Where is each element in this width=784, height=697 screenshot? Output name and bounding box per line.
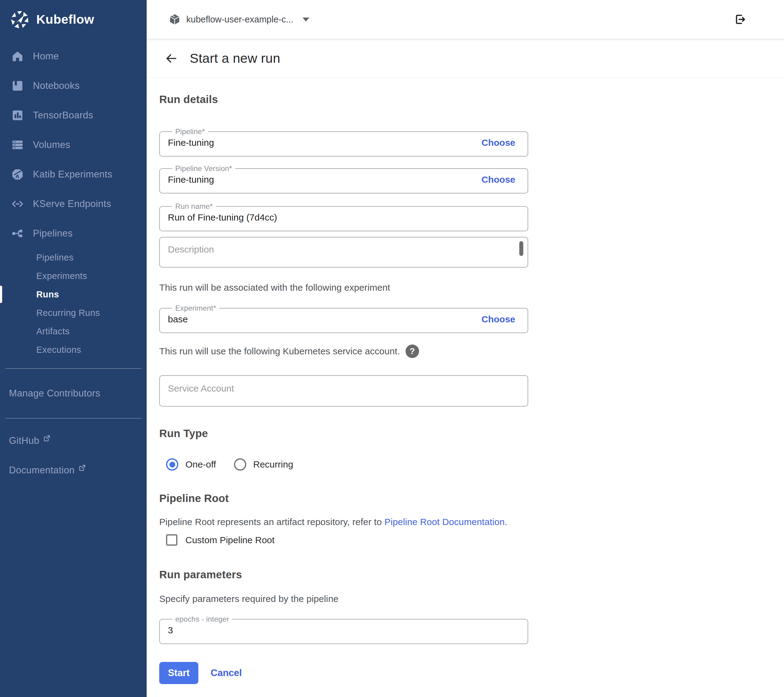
description-placeholder: Description [168, 244, 214, 254]
description-field[interactable]: Description [159, 237, 528, 268]
page-header: Start a new run [147, 39, 784, 78]
cancel-button[interactable]: Cancel [211, 667, 242, 679]
brand-title: Kubeflow [36, 12, 94, 27]
run-name-field-label: Run name* [172, 202, 216, 211]
sidebar-subitem-artifacts[interactable]: Artifacts [0, 322, 147, 340]
sidebar-item-pipelines[interactable]: Pipelines [0, 219, 147, 248]
kserve-icon [10, 197, 25, 211]
pipeline-version-field-value: Fine-tuning [168, 174, 214, 185]
run-parameters-heading: Run parameters [159, 568, 784, 581]
run-parameters-hint: Specify parameters required by the pipel… [159, 593, 784, 605]
sidebar-item-label: Pipelines [33, 228, 72, 239]
sidebar-subitem-runs[interactable]: Runs [0, 285, 147, 304]
service-account-note-row: This run will use the following Kubernet… [159, 345, 784, 358]
pipeline-version-choose-button[interactable]: Choose [481, 174, 515, 185]
pipeline-root-doc-link[interactable]: Pipeline Root Documentation [384, 517, 504, 527]
sidebar-item-katib-experiments[interactable]: Katib Experiments [0, 160, 147, 189]
start-button[interactable]: Start [159, 662, 198, 684]
pipeline-version-field[interactable]: Pipeline Version* Fine-tuning Choose [159, 164, 528, 193]
topbar: kubeflow-user-example-c... [147, 0, 784, 39]
sidebar-item-github[interactable]: GitHub [0, 434, 147, 447]
sidebar-item-label: Notebooks [33, 80, 80, 91]
tensorboards-icon [10, 108, 25, 122]
sidebar-subitem-label: Executions [36, 345, 81, 355]
kubeflow-app: Kubeflow Home Notebooks TensorBoards [0, 0, 784, 697]
epochs-field-value: 3 [168, 625, 173, 636]
run-name-field[interactable]: Run name* Run of Fine-tuning (7d4cc) [159, 202, 528, 231]
experiment-field-label: Experiment* [172, 304, 219, 312]
back-button[interactable] [164, 51, 179, 66]
form-actions: Start Cancel [159, 662, 784, 684]
sidebar: Kubeflow Home Notebooks TensorBoards [0, 0, 147, 697]
sidebar-nav: Home Notebooks TensorBoards Volumes [0, 39, 147, 359]
home-icon [10, 49, 25, 63]
service-account-note: This run will use the following Kubernet… [159, 345, 400, 357]
pipeline-version-field-label: Pipeline Version* [172, 164, 235, 173]
run-details-heading: Run details [159, 93, 784, 106]
sidebar-link-label: Manage Contributors [9, 387, 100, 400]
kubeflow-logo-icon [10, 10, 30, 30]
pipeline-choose-button[interactable]: Choose [481, 137, 515, 148]
run-form: Run details Pipeline* Fine-tuning Choose… [147, 78, 784, 684]
sidebar-item-label: Katib Experiments [33, 169, 112, 180]
sidebar-subitem-label: Experiments [36, 271, 87, 281]
scrollbar-thumb[interactable] [519, 241, 523, 256]
sidebar-divider [5, 368, 142, 369]
epochs-field[interactable]: epochs - integer 3 [159, 615, 528, 644]
service-account-field[interactable]: Service Account [159, 375, 528, 406]
pipeline-root-heading: Pipeline Root [159, 492, 784, 504]
brand[interactable]: Kubeflow [0, 0, 147, 39]
radio-one-off-label[interactable]: One-off [185, 459, 216, 470]
sidebar-subitem-recurring-runs[interactable]: Recurring Runs [0, 304, 147, 322]
sidebar-item-notebooks[interactable]: Notebooks [0, 71, 147, 101]
experiment-field[interactable]: Experiment* base Choose [159, 304, 528, 333]
sidebar-item-kserve-endpoints[interactable]: KServe Endpoints [0, 189, 147, 219]
sidebar-subitem-label: Artifacts [36, 326, 69, 337]
run-name-field-value: Run of Fine-tuning (7d4cc) [168, 212, 277, 223]
namespace-selector[interactable]: kubeflow-user-example-c... [168, 13, 309, 26]
sidebar-item-label: KServe Endpoints [33, 198, 111, 210]
sidebar-item-tensorboards[interactable]: TensorBoards [0, 101, 147, 130]
radio-one-off[interactable] [166, 458, 178, 471]
sidebar-subitem-label: Runs [36, 289, 59, 300]
pipeline-field-value: Fine-tuning [168, 137, 214, 148]
pipeline-root-text-suffix: . [505, 517, 507, 527]
notebooks-icon [10, 79, 25, 93]
chevron-down-icon [303, 18, 309, 21]
sidebar-subitem-experiments[interactable]: Experiments [0, 267, 147, 285]
namespace-label: kubeflow-user-example-c... [186, 15, 293, 25]
sidebar-link-label: Documentation [9, 464, 75, 476]
volumes-icon [10, 138, 25, 152]
logout-button[interactable] [733, 12, 747, 26]
sidebar-subitem-label: Recurring Runs [36, 308, 100, 318]
katib-icon [10, 167, 25, 182]
sidebar-subitem-pipelines[interactable]: Pipelines [0, 248, 147, 267]
custom-pipeline-root-label[interactable]: Custom Pipeline Root [185, 535, 275, 545]
custom-pipeline-root-row: Custom Pipeline Root [159, 534, 784, 546]
radio-dot [170, 462, 175, 467]
sidebar-item-home[interactable]: Home [0, 41, 147, 71]
radio-recurring-label[interactable]: Recurring [253, 459, 293, 470]
radio-recurring[interactable] [234, 458, 246, 471]
sidebar-link-label: GitHub [9, 434, 40, 447]
help-icon[interactable]: ? [405, 345, 419, 358]
experiment-choose-button[interactable]: Choose [481, 314, 515, 324]
sidebar-item-label: Volumes [33, 139, 71, 150]
sidebar-subitem-executions[interactable]: Executions [0, 340, 147, 359]
sidebar-item-documentation[interactable]: Documentation [0, 464, 147, 476]
main-area: kubeflow-user-example-c... Start a new r… [147, 0, 784, 697]
namespace-cube-icon [168, 13, 181, 26]
pipeline-field[interactable]: Pipeline* Fine-tuning Choose [159, 127, 528, 157]
sidebar-item-volumes[interactable]: Volumes [0, 130, 147, 160]
experiment-note: This run will be associated with the fol… [159, 281, 784, 294]
external-link-icon [78, 462, 86, 475]
experiment-field-value: base [168, 314, 188, 324]
external-link-icon [43, 433, 50, 445]
run-type-options: One-off Recurring [159, 458, 784, 471]
sidebar-item-label: Home [33, 51, 59, 62]
custom-pipeline-root-checkbox[interactable] [166, 534, 178, 546]
logout-icon [734, 13, 746, 26]
sidebar-item-manage-contributors[interactable]: Manage Contributors [0, 387, 147, 400]
page-title: Start a new run [190, 51, 280, 66]
sidebar-divider [5, 418, 142, 419]
